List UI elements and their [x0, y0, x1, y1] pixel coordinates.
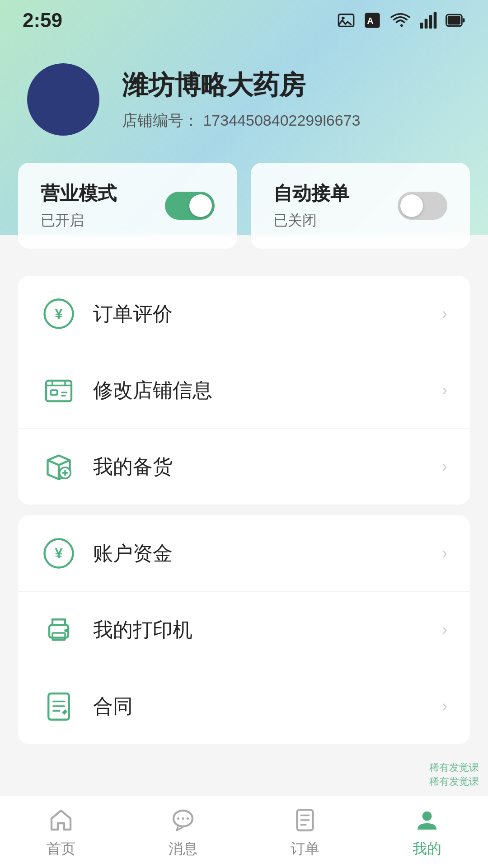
- font-icon: A: [363, 11, 381, 29]
- auto-accept-card[interactable]: 自动接单 已关闭: [251, 163, 470, 249]
- svg-text:A: A: [367, 16, 373, 26]
- nav-item-message[interactable]: 消息: [122, 806, 244, 859]
- battery-icon: [446, 11, 465, 29]
- account-funds-label: 账户资金: [93, 540, 426, 567]
- store-id-label: 店铺编号：: [122, 112, 199, 129]
- account-funds-chevron: ›: [442, 544, 447, 563]
- edit-store-icon: [41, 372, 77, 408]
- my-stock-label: 我的备货: [93, 453, 426, 480]
- svg-rect-6: [429, 15, 432, 28]
- business-mode-card[interactable]: 营业模式 已开启: [18, 163, 237, 249]
- message-icon: [169, 806, 197, 835]
- business-mode-title: 营业模式: [41, 181, 117, 206]
- store-name: 潍坊博略大药房: [122, 68, 360, 103]
- status-icons: A: [337, 11, 465, 29]
- watermark: 稀有发觉课 稀有发觉课: [429, 761, 479, 789]
- menu-group-2: ¥ 账户资金 › 我的打印机 ›: [18, 515, 470, 744]
- svg-rect-7: [434, 12, 437, 29]
- auto-accept-toggle[interactable]: [398, 192, 447, 220]
- svg-rect-9: [448, 16, 460, 25]
- order-review-icon: ¥: [41, 296, 77, 332]
- edit-store-chevron: ›: [442, 381, 447, 400]
- nav-mine-label: 我的: [413, 839, 441, 859]
- toggle-cards: 营业模式 已开启 自动接单 已关闭: [0, 154, 488, 267]
- business-mode-status: 已开启: [41, 211, 117, 231]
- nav-item-home[interactable]: 首页: [0, 806, 122, 859]
- menu-item-contract[interactable]: 合同 ›: [18, 668, 470, 744]
- my-printer-label: 我的打印机: [93, 617, 426, 643]
- toggle-knob: [189, 194, 212, 217]
- my-stock-chevron: ›: [442, 457, 447, 476]
- svg-rect-19: [52, 633, 65, 640]
- image-icon: [337, 11, 355, 29]
- store-id: 店铺编号： 17344508402299l6673: [122, 110, 360, 131]
- my-printer-chevron: ›: [442, 620, 447, 639]
- auto-accept-status: 已关闭: [273, 211, 349, 231]
- auto-accept-title: 自动接单: [273, 181, 349, 206]
- order-icon: [291, 806, 319, 835]
- svg-rect-4: [420, 23, 423, 28]
- wifi-icon: [389, 11, 411, 29]
- menu-item-my-printer[interactable]: 我的打印机 ›: [18, 592, 470, 668]
- home-icon: [47, 806, 75, 835]
- nav-item-mine[interactable]: 我的: [366, 806, 488, 859]
- nav-order-label: 订单: [291, 839, 319, 859]
- toggle-knob-2: [400, 194, 423, 217]
- bottom-nav: 首页 消息 订单 我的: [0, 796, 488, 868]
- svg-rect-13: [46, 381, 71, 401]
- profile-info: 潍坊博略大药房 店铺编号： 17344508402299l6673: [122, 68, 360, 131]
- nav-message-label: 消息: [169, 839, 197, 859]
- svg-point-23: [177, 817, 179, 819]
- signal-icon: [419, 11, 437, 29]
- store-id-value: 17344508402299l6673: [203, 112, 360, 129]
- avatar: [27, 63, 99, 136]
- svg-text:¥: ¥: [55, 306, 63, 322]
- watermark-line2: 稀有发觉课: [429, 775, 479, 789]
- nav-item-order[interactable]: 订单: [244, 806, 366, 859]
- svg-point-24: [182, 817, 184, 819]
- contract-label: 合同: [93, 693, 426, 720]
- contract-icon: [41, 688, 77, 724]
- order-review-label: 订单评价: [93, 301, 426, 327]
- mine-icon: [413, 806, 441, 835]
- main-content: ¥ 订单评价 › 修改店铺信息 ›: [0, 267, 488, 744]
- svg-rect-14: [51, 390, 57, 395]
- account-funds-icon: ¥: [41, 535, 77, 571]
- svg-text:¥: ¥: [55, 545, 63, 561]
- svg-rect-5: [425, 19, 428, 29]
- nav-home-label: 首页: [47, 839, 75, 859]
- status-bar: 2:59 A: [0, 0, 488, 36]
- svg-rect-10: [463, 18, 465, 22]
- menu-item-my-stock[interactable]: 我的备货 ›: [18, 429, 470, 505]
- svg-point-25: [187, 817, 189, 819]
- my-stock-icon: [41, 448, 77, 485]
- order-review-chevron: ›: [442, 304, 447, 323]
- menu-item-order-review[interactable]: ¥ 订单评价 ›: [18, 276, 470, 352]
- business-mode-toggle[interactable]: [165, 192, 215, 220]
- my-printer-icon: [41, 612, 77, 648]
- menu-item-account-funds[interactable]: ¥ 账户资金 ›: [18, 515, 470, 592]
- watermark-line1: 稀有发觉课: [429, 761, 479, 775]
- svg-point-1: [342, 17, 345, 20]
- menu-item-edit-store[interactable]: 修改店铺信息 ›: [18, 352, 470, 429]
- contract-chevron: ›: [442, 697, 447, 716]
- menu-group-1: ¥ 订单评价 › 修改店铺信息 ›: [18, 276, 470, 505]
- status-time: 2:59: [23, 9, 62, 32]
- svg-point-27: [422, 811, 432, 821]
- edit-store-label: 修改店铺信息: [93, 377, 426, 404]
- svg-point-20: [64, 629, 67, 632]
- profile-section: 潍坊博略大药房 店铺编号： 17344508402299l6673: [0, 36, 488, 154]
